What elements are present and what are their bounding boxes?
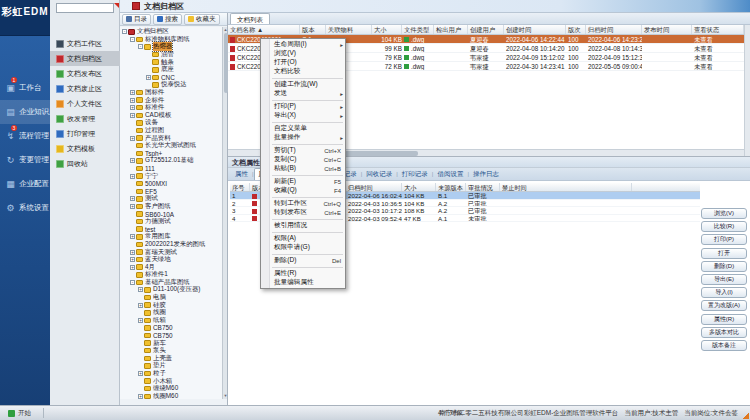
menu-item-浏览(V)[interactable]: 浏览(V) xyxy=(261,49,345,58)
menu-item-创建工作流(W)[interactable]: 创建工作流(W) xyxy=(261,80,345,89)
module-search-input[interactable] xyxy=(56,3,114,13)
expand-icon[interactable]: + xyxy=(130,196,135,201)
column-header[interactable]: 文件类型 xyxy=(402,25,434,34)
file-table-vscrollbar[interactable] xyxy=(744,25,750,156)
column-header[interactable]: 版本 xyxy=(300,25,326,34)
tree-node[interactable]: +500MXI xyxy=(122,180,223,188)
tree-node[interactable]: +长光华大测试图纸 xyxy=(122,142,223,150)
menu-item-转到工作区[interactable]: 转到工作区Ctrl+Q xyxy=(261,199,345,208)
tree-node[interactable]: +CB750 xyxy=(122,324,223,332)
tree-node[interactable]: +粒子 xyxy=(122,370,223,378)
tree-node[interactable]: +泵头 xyxy=(122,347,223,355)
tree-node[interactable]: +纸箱 xyxy=(122,317,223,325)
start-button[interactable]: 开始 xyxy=(0,406,39,420)
expand-icon[interactable]: + xyxy=(130,265,135,270)
module-item-回收站[interactable]: 回收站 xyxy=(50,156,120,171)
resize-grip[interactable] xyxy=(743,413,749,419)
expand-icon[interactable]: + xyxy=(130,174,135,179)
column-header[interactable]: 关联物料 xyxy=(326,25,372,34)
module-item-文档归档区[interactable]: 文档归档区 xyxy=(50,51,120,66)
tree-tab-收藏夹[interactable]: 收藏夹 xyxy=(184,14,220,25)
action-button-导入(I)[interactable]: 导入(I) xyxy=(701,287,747,298)
props-tab-打印记录[interactable]: 打印记录 xyxy=(398,169,432,180)
tree-node[interactable]: +硅胶 xyxy=(122,301,223,309)
expand-icon[interactable]: + xyxy=(138,394,143,399)
tree-node[interactable]: +D11-100(变压器) xyxy=(122,286,223,294)
menu-item-删除(D)[interactable]: 删除(D)Del xyxy=(261,256,345,265)
column-header[interactable]: 创建时间 xyxy=(504,25,566,34)
props-tab-操作日志[interactable]: 操作日志 xyxy=(469,169,503,180)
action-button-打印(P)[interactable]: 打印(P) xyxy=(701,234,747,245)
tree-node[interactable]: +力德测试 xyxy=(122,218,223,226)
tree-node[interactable]: +GT25512.01基础 xyxy=(122,157,223,165)
menu-item-复制(C)[interactable]: 复制(C)Ctrl+C xyxy=(261,155,345,164)
menu-item-权限申请(G)[interactable]: 权限申请(G) xyxy=(261,243,345,252)
menu-item-收藏(Q)[interactable]: 收藏(Q)F4 xyxy=(261,186,345,195)
expand-icon[interactable]: + xyxy=(130,204,135,209)
tree-node[interactable]: +111 xyxy=(122,165,223,173)
sidebar-item-流程管理[interactable]: ↯3流程管理 xyxy=(0,124,50,148)
column-header[interactable]: 版次 xyxy=(566,25,586,34)
action-button-置为改版(A)[interactable]: 置为改版(A) xyxy=(701,300,747,311)
menu-item-发送[interactable]: 发送▸ xyxy=(261,89,345,98)
action-button-浏览(V)[interactable]: 浏览(V) xyxy=(701,208,747,219)
props-tab-属性[interactable]: 属性 xyxy=(231,169,252,180)
column-header[interactable]: 大小 xyxy=(402,183,436,191)
menu-item-打印(P)[interactable]: 打印(P)▸ xyxy=(261,102,345,111)
menu-item-转到发布区[interactable]: 转到发布区Ctrl+E xyxy=(261,208,345,217)
expand-icon[interactable]: + xyxy=(138,287,143,292)
expand-icon[interactable]: + xyxy=(130,98,135,103)
menu-item-生命周期(I)[interactable]: 生命周期(I)▸ xyxy=(261,40,345,49)
column-header[interactable]: 审批情况 xyxy=(466,183,500,191)
menu-item-剪切(T)[interactable]: 剪切(T)Ctrl+X xyxy=(261,146,345,155)
menu-item-批量操作[interactable]: 批量操作▸ xyxy=(261,133,345,142)
tree-node[interactable]: +上壳盖 xyxy=(122,355,223,363)
tree-node[interactable]: -标准物料库图纸 xyxy=(122,36,223,44)
module-item-个人文件区[interactable]: 个人文件区 xyxy=(50,96,120,111)
tree-tab-目录[interactable]: 目录 xyxy=(122,14,151,25)
props-tab-借阅设置[interactable]: 借阅设置 xyxy=(433,169,467,180)
tree-node[interactable]: +test xyxy=(122,225,223,233)
tree-node[interactable]: +底座 xyxy=(122,66,223,74)
tree-node[interactable]: +CAD模板 xyxy=(122,112,223,120)
expand-icon[interactable]: + xyxy=(130,158,135,163)
expand-icon[interactable]: + xyxy=(130,136,135,141)
expand-icon[interactable]: + xyxy=(146,75,151,80)
expand-icon[interactable]: + xyxy=(130,234,135,239)
menu-item-刷新(E)[interactable]: 刷新(E)F5 xyxy=(261,177,345,186)
column-header[interactable]: 大小 xyxy=(372,25,402,34)
module-item-文档工作区[interactable]: 文档工作区 xyxy=(50,36,120,51)
tree-scrollbar[interactable]: ▲ ▼ xyxy=(222,27,227,399)
tree-scroll-thumb[interactable] xyxy=(224,33,228,93)
tree-node[interactable]: +宁宁 xyxy=(122,172,223,180)
collapse-icon[interactable]: - xyxy=(130,37,135,42)
menu-item-导出(X)[interactable]: 导出(X)▸ xyxy=(261,111,345,120)
collapse-icon[interactable]: - xyxy=(122,29,127,34)
sidebar-item-企业知识库[interactable]: ▤企业知识库 xyxy=(0,100,50,124)
tree-node[interactable]: +测试 xyxy=(122,195,223,203)
menu-item-被引用情况[interactable]: 被引用情况 xyxy=(261,221,345,230)
menu-item-打开(O)[interactable]: 打开(O) xyxy=(261,58,345,67)
tree-node[interactable]: +电脑 xyxy=(122,294,223,302)
expand-icon[interactable]: + xyxy=(130,257,135,262)
column-header[interactable]: 查看状态 xyxy=(692,25,744,34)
menu-item-文档比较[interactable]: 文档比较 xyxy=(261,67,345,76)
column-header[interactable]: 创建用户 xyxy=(468,25,504,34)
collapse-icon[interactable]: - xyxy=(138,44,143,49)
tree-node[interactable]: +线圈M60 xyxy=(122,393,223,400)
column-header[interactable]: 来源版本 xyxy=(436,183,466,191)
action-button-属性(R)[interactable]: 属性(R) xyxy=(701,314,747,325)
tab-file-list[interactable]: 文档列表 xyxy=(230,13,270,24)
tree-node[interactable]: +过程图 xyxy=(122,127,223,135)
action-button-导出(E)[interactable]: 导出(E) xyxy=(701,274,747,285)
tree-node[interactable]: +SB60-10A xyxy=(122,210,223,218)
tree-node[interactable]: +设备 xyxy=(122,119,223,127)
column-header[interactable]: 检出用户 xyxy=(434,25,468,34)
tree-node[interactable]: +线圈 xyxy=(122,309,223,317)
column-header[interactable]: 禁止时间 xyxy=(500,183,632,191)
column-header[interactable]: 发布时间 xyxy=(642,25,692,34)
action-button-多版本对比[interactable]: 多版本对比 xyxy=(701,327,747,338)
tree-node[interactable]: +垫片 xyxy=(122,362,223,370)
action-button-比较(R)[interactable]: 比较(R) xyxy=(701,221,747,232)
sidebar-item-系统设置[interactable]: ⚙系统设置 xyxy=(0,196,50,220)
